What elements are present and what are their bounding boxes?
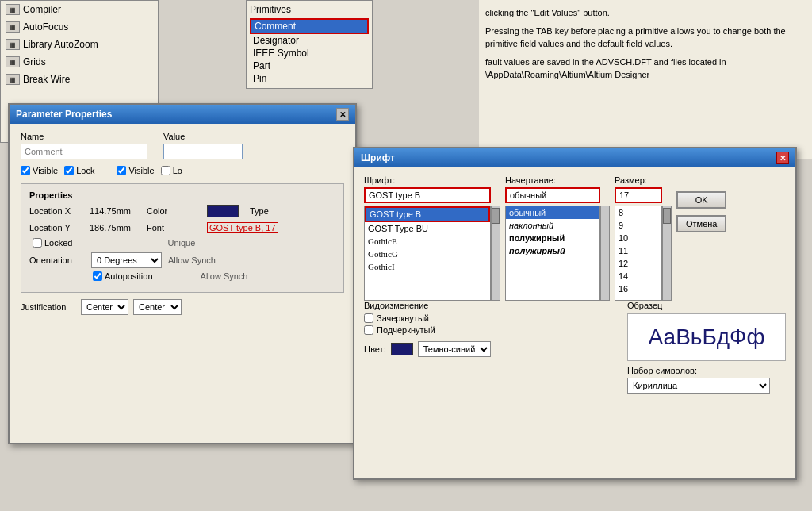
sidebar-item-autofocus[interactable]: ▦ AutoFocus: [1, 18, 158, 36]
primitives-item-part[interactable]: Part: [250, 60, 369, 72]
grids-icon: ▦: [6, 56, 20, 67]
allow-synch-1: Allow Synch: [168, 256, 216, 265]
size-input[interactable]: [615, 187, 662, 203]
font-list-item-gost-b[interactable]: GOST type B: [365, 206, 490, 222]
sidebar-item-library-autozoom[interactable]: ▦ Library AutoZoom: [1, 36, 158, 53]
name-value-section: Name Value: [21, 132, 344, 159]
visible-checkbox[interactable]: [21, 166, 30, 175]
visible-checkbox-label[interactable]: Visible: [21, 166, 58, 175]
ok-button[interactable]: OK: [676, 191, 726, 209]
style-item-bold[interactable]: полужирный: [506, 232, 599, 244]
style-list-scrollbar[interactable]: [600, 206, 610, 301]
modification-section: Видоизменение Зачеркнутый Подчеркнутый: [364, 301, 619, 335]
size-list-scrollbar[interactable]: [662, 206, 672, 301]
primitives-item-pin[interactable]: Pin: [250, 72, 369, 85]
color-swatch[interactable]: [207, 205, 239, 217]
visible2-checkbox[interactable]: [117, 166, 126, 175]
compiler-icon: ▦: [6, 4, 20, 15]
help-line3: fault values are saved in the ADVSCH.DFT…: [485, 56, 806, 82]
orientation-dropdown[interactable]: 0 Degrees 90 Degrees 180 Degrees 270 Deg…: [91, 252, 162, 268]
charset-section: Набор символов: Кириллица: [627, 366, 786, 394]
lock-checkbox-label[interactable]: Lock: [64, 166, 94, 175]
size-list-container: 8 9 10 11 12 14 16: [615, 206, 672, 301]
size-item-16[interactable]: 16: [615, 282, 661, 295]
justification-row: Justification Center Left Right Center T…: [21, 299, 344, 315]
font-dialog: Шрифт ✕ Шрифт: GOST type B GOST Type BU …: [353, 147, 797, 480]
font-list[interactable]: GOST type B GOST Type BU GothicE GothicG…: [364, 206, 491, 301]
style-col: Начертание: обычный наклонный полужирный…: [505, 175, 610, 301]
location-x-value: 114.75mm: [90, 206, 131, 216]
style-input[interactable]: [505, 187, 600, 203]
autoposition-checkbox-label[interactable]: Autoposition: [93, 271, 153, 281]
lo-checkbox[interactable]: [161, 166, 170, 175]
primitives-panel: Primitives Comment Designator IEEE Symbo…: [246, 0, 373, 89]
font-dialog-close-button[interactable]: ✕: [776, 152, 789, 164]
charset-label: Набор символов:: [627, 366, 786, 375]
font-list-item-gothic-i[interactable]: GothicI: [365, 260, 490, 273]
size-list[interactable]: 8 9 10 11 12 14 16: [615, 206, 662, 301]
sidebar-item-grids[interactable]: ▦ Grids: [1, 53, 158, 71]
help-panel: clicking the "Edit Values" button. Press…: [479, 0, 812, 159]
style-item-normal[interactable]: обычный: [506, 206, 599, 219]
size-col: Размер: 8 9 10 11 12 14 16: [615, 175, 672, 301]
value-input[interactable]: [163, 144, 243, 159]
font-list-scrollbar[interactable]: [491, 206, 500, 301]
cancel-button[interactable]: Отмена: [676, 215, 726, 232]
font-list-item-gothic-e[interactable]: GothicE: [365, 235, 490, 248]
font-label: Font: [147, 223, 202, 232]
primitives-item-designator[interactable]: Designator: [250, 34, 369, 47]
locked-row: Locked Unique: [33, 238, 335, 248]
size-item-12[interactable]: 12: [615, 257, 661, 270]
font-name-input[interactable]: [364, 187, 491, 203]
primitives-item-comment[interactable]: Comment: [250, 18, 369, 34]
underline-label[interactable]: Подчеркнутый: [364, 325, 619, 335]
properties-section: Properties Location X 114.75mm Color Typ…: [21, 183, 344, 293]
locked-checkbox[interactable]: [33, 238, 42, 248]
allow-synch-2: Allow Synch: [201, 271, 248, 281]
sample-text: АаВьБдФф: [649, 325, 765, 350]
style-list[interactable]: обычный наклонный полужирный полужирный: [505, 206, 600, 301]
lock-checkbox[interactable]: [64, 166, 74, 175]
justify-h-dropdown[interactable]: Center Left Right: [81, 299, 128, 315]
size-col-title: Размер:: [615, 175, 672, 185]
underline-checkbox[interactable]: [364, 325, 373, 335]
autoposition-checkbox[interactable]: [93, 271, 102, 281]
strikethrough-checkbox[interactable]: [364, 313, 373, 323]
size-item-8[interactable]: 8: [615, 206, 661, 219]
locked-checkbox-label[interactable]: Locked: [33, 238, 72, 248]
strikethrough-label[interactable]: Зачеркнутый: [364, 313, 619, 323]
font-dialog-titlebar: Шрифт ✕: [354, 148, 795, 167]
orientation-label: Orientation: [29, 256, 85, 265]
primitives-item-ieee[interactable]: IEEE Symbol: [250, 47, 369, 60]
sidebar-item-break-wire[interactable]: ▦ Break Wire: [1, 71, 158, 88]
size-item-14[interactable]: 14: [615, 270, 661, 282]
value-section: Value: [163, 132, 243, 159]
param-dialog-close-button[interactable]: ✕: [336, 108, 349, 121]
font-list-container: GOST type B GOST Type BU GothicE GothicG…: [364, 206, 500, 301]
style-list-container: обычный наклонный полужирный полужирный: [505, 206, 610, 301]
button-col: OK Отмена: [676, 191, 726, 232]
param-dialog-titlebar: Parameter Properties ✕: [10, 105, 355, 124]
font-list-item-gothic-g[interactable]: GothicG: [365, 248, 490, 260]
justify-v-dropdown[interactable]: Center Top Bottom: [133, 299, 182, 315]
name-input[interactable]: [21, 144, 147, 159]
size-item-10[interactable]: 10: [615, 232, 661, 244]
orientation-row: Orientation 0 Degrees 90 Degrees 180 Deg…: [29, 252, 335, 268]
sidebar-item-compiler[interactable]: ▦ Compiler: [1, 1, 158, 18]
checkbox-row: Visible Lock Visible Lo: [21, 166, 344, 175]
lo-checkbox-label[interactable]: Lo: [161, 166, 182, 175]
size-item-9[interactable]: 9: [615, 219, 661, 232]
value-col-header: Value: [163, 132, 243, 141]
style-item-bold-italic[interactable]: полужирный: [506, 244, 599, 257]
charset-dropdown[interactable]: Кириллица: [627, 378, 770, 394]
font-list-scrollbar-thumb: [492, 208, 500, 224]
autoposition-row: Autoposition Allow Synch: [93, 271, 335, 281]
font-value-link[interactable]: GOST type B, 17: [207, 222, 278, 233]
size-item-11[interactable]: 11: [615, 244, 661, 257]
font-list-item-gost-bu[interactable]: GOST Type BU: [365, 222, 490, 235]
modification-title: Видоизменение: [364, 301, 619, 310]
color-dropdown[interactable]: Темно-синий: [418, 341, 491, 357]
visible2-checkbox-label[interactable]: Visible: [117, 166, 154, 175]
color-swatch-font: [391, 343, 413, 355]
style-item-italic[interactable]: наклонный: [506, 219, 599, 232]
